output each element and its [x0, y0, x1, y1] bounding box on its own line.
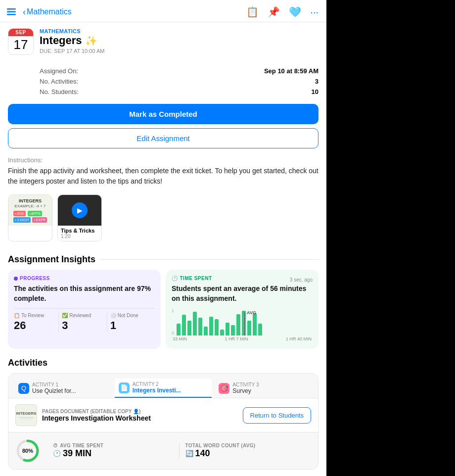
- svg-rect-1: [7, 8, 16, 10]
- poster-image: INTEGERS EXAMPLE: -4 + 7 • ADD • APPS • …: [8, 195, 52, 226]
- assignment-name: Integers ✨: [40, 34, 318, 47]
- meta-info: Assigned On: Sep 10 at 8:59 AM No. Activ…: [32, 61, 326, 100]
- doc-name: Integers Investigation Worksheet: [42, 414, 238, 422]
- quizlet-icon: Q: [18, 383, 29, 394]
- divider: [100, 259, 318, 260]
- students-label: No. Students:: [40, 88, 79, 95]
- instructions-text: Finish the app activity and worksheet, t…: [8, 166, 318, 187]
- clock-icon: 🕐: [172, 276, 178, 281]
- assigned-on-value: Sep 10 at 8:59 AM: [264, 67, 318, 75]
- avg-label: AVG: [247, 310, 256, 315]
- progress-badge: PROGRESS: [14, 276, 155, 281]
- tips-tricks-title: Tips & Tricks: [61, 228, 98, 234]
- pages-icon: 📄: [119, 382, 130, 393]
- not-done-stat: ⚪ Not Done 1: [107, 313, 155, 332]
- sidebar-toggle-button[interactable]: [5, 5, 19, 19]
- insights-title: Assignment Insights: [8, 254, 95, 265]
- to-review-stat: 📋 To Review 26: [14, 313, 59, 332]
- activities-section: Activities Q ACTIVITY 1 Use Quizlet for.…: [0, 355, 326, 476]
- doc-info: PAGES DOCUMENT (EDITABLE COPY 👤) Integer…: [42, 409, 238, 422]
- svg-rect-3: [7, 14, 16, 15]
- tab-activity-1[interactable]: Q ACTIVITY 1 Use Quizlet for...: [14, 379, 112, 398]
- word-count-icon: 🔄: [185, 450, 193, 457]
- survey-icon: 🎯: [219, 383, 229, 394]
- progress-stats: 📋 To Review 26 ✅ Reviewed 3 ⚪ Not Done: [14, 308, 155, 332]
- students-row: No. Students: 10: [40, 87, 318, 97]
- tips-tricks-duration: 1:20: [61, 234, 98, 239]
- tab-activity-2[interactable]: 📄 ACTIVITY 2 Integers Investi...: [115, 379, 212, 398]
- tips-tricks-thumb[interactable]: ▶ Tips & Tricks 1:20: [57, 194, 102, 241]
- time-badge: 🕐 TIME SPENT: [172, 276, 212, 281]
- reviewed-icon: ✅: [62, 313, 68, 318]
- more-options-icon[interactable]: ···: [310, 6, 318, 18]
- activity-stats-row: 80% ⏱ AVG TIME SPENT 🕐 39 MIN TOTAL WORD…: [8, 432, 318, 469]
- time-card: 🕐 TIME SPENT 3 sec. ago Students spent a…: [166, 270, 318, 349]
- video-preview: ▶: [58, 195, 101, 226]
- document-row: INTEGERS PAGES DOCUMENT (EDITABLE COPY 👤…: [8, 398, 318, 432]
- play-icon: ▶: [72, 202, 88, 218]
- pin-icon[interactable]: 📌: [268, 6, 280, 18]
- subject-label: MATHEMATICS: [40, 28, 318, 34]
- avg-time-block: ⏱ AVG TIME SPENT 🕐 39 MIN: [47, 443, 180, 459]
- assigned-on-row: Assigned On: Sep 10 at 8:59 AM: [40, 66, 318, 76]
- students-value: 10: [312, 88, 318, 95]
- reviewed-val: 3: [62, 319, 103, 332]
- calendar-icon: SEP 17: [8, 28, 34, 55]
- word-count-block: TOTAL WORD COUNT (AVG) 🔄 140: [180, 443, 312, 459]
- doc-thumbnail: INTEGERS: [15, 404, 37, 426]
- doc-type: PAGES DOCUMENT (EDITABLE COPY 👤): [42, 409, 238, 414]
- time-ago: 3 sec. ago: [290, 277, 313, 283]
- cal-day: 17: [8, 36, 33, 54]
- insights-section-header: Assignment Insights: [0, 249, 326, 270]
- word-count-val: 🔄 140: [185, 448, 306, 459]
- clipboard-icon[interactable]: 📋: [246, 6, 259, 18]
- completion-donut: 80%: [15, 438, 40, 463]
- assigned-on-label: Assigned On:: [40, 67, 78, 75]
- chart-axis: 33 MIN 1 HR 7 MIN 1 HR 40 MIN: [172, 336, 313, 341]
- due-date: DUE: SEP 17 AT 10:00 AM: [40, 48, 318, 54]
- chevron-left-icon: ‹: [23, 7, 26, 17]
- to-review-icon: 📋: [14, 313, 20, 318]
- right-panel: [326, 0, 455, 476]
- heart-icon[interactable]: 🩵: [289, 6, 301, 18]
- sparkle-icon: ✨: [85, 35, 97, 47]
- toolbar-icons: 📋 📌 🩵 ···: [246, 6, 318, 18]
- tab-activity-3[interactable]: 🎯 ACTIVITY 3 Survey: [215, 379, 312, 398]
- avg-time-val: 🕐 39 MIN: [53, 448, 173, 459]
- avg-line: [244, 312, 245, 335]
- instructions-section: Instructions: Finish the app activity an…: [0, 154, 326, 192]
- thumbnails-row: INTEGERS EXAMPLE: -4 + 7 • ADD • APPS • …: [0, 192, 326, 249]
- insights-cards: PROGRESS The activities on this assignme…: [0, 270, 326, 355]
- clock-small-icon: ⏱: [53, 443, 58, 448]
- action-buttons: Mark as Completed Edit Assignment: [0, 100, 326, 154]
- time-chart: 1 0 AVG 33 MIN 1 HR 7 MIN 1 HR 40 MIN: [172, 308, 313, 343]
- time-text: Students spent an average of 56 minutes …: [172, 284, 313, 303]
- top-bar: ‹ Mathematics 📋 📌 🩵 ···: [0, 0, 326, 22]
- progress-dot: [14, 277, 18, 281]
- to-review-val: 26: [14, 319, 55, 332]
- cal-month: SEP: [8, 29, 33, 36]
- instructions-label: Instructions:: [8, 156, 318, 164]
- back-button[interactable]: ‹ Mathematics: [23, 7, 72, 17]
- activities-title: Activities: [8, 355, 318, 373]
- not-done-val: 1: [110, 319, 152, 332]
- progress-text: The activities on this assignment are 97…: [14, 284, 155, 303]
- activities-card: Q ACTIVITY 1 Use Quizlet for... 📄 ACTIVI…: [8, 373, 318, 470]
- integers-poster-thumb[interactable]: INTEGERS EXAMPLE: -4 + 7 • ADD • APPS • …: [8, 194, 52, 241]
- svg-rect-2: [7, 11, 16, 13]
- reviewed-stat: ✅ Reviewed 3: [59, 313, 107, 332]
- return-to-students-button[interactable]: Return to Students: [243, 407, 311, 424]
- activities-label: No. Activities:: [40, 78, 78, 85]
- not-done-icon: ⚪: [110, 313, 116, 318]
- edit-assignment-button[interactable]: Edit Assignment: [8, 128, 318, 148]
- back-label: Mathematics: [27, 7, 72, 16]
- assignment-header: SEP 17 MATHEMATICS Integers ✨ DUE: SEP 1…: [0, 22, 326, 61]
- assignment-title-block: MATHEMATICS Integers ✨ DUE: SEP 17 AT 10…: [40, 28, 318, 54]
- activities-value: 3: [315, 78, 318, 85]
- activity-tabs: Q ACTIVITY 1 Use Quizlet for... 📄 ACTIVI…: [8, 374, 318, 398]
- progress-card: PROGRESS The activities on this assignme…: [8, 270, 161, 349]
- mark-complete-button[interactable]: Mark as Completed: [8, 104, 318, 124]
- activities-row: No. Activities: 3: [40, 76, 318, 87]
- donut-label: 80%: [22, 448, 33, 454]
- clock-icon-small: 🕐: [53, 450, 61, 457]
